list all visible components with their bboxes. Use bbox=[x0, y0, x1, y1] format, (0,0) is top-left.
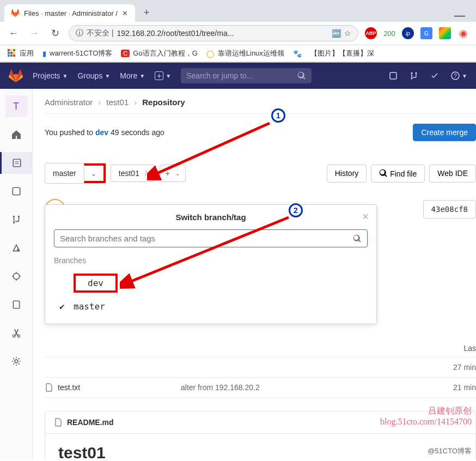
new-tab-button[interactable]: + bbox=[138, 4, 155, 22]
reload-button[interactable]: ↻ bbox=[48, 27, 62, 39]
security-label: 不安全 | bbox=[87, 28, 114, 38]
file-icon bbox=[45, 383, 53, 392]
commit-hash[interactable]: 43e08cf8 bbox=[423, 200, 476, 219]
check-icon: ✔ bbox=[59, 301, 68, 312]
svg-rect-6 bbox=[13, 159, 21, 167]
nav-new[interactable]: +▼ bbox=[155, 71, 171, 80]
bookmark-linux[interactable]: ◯靠谱运维Linux运维领 bbox=[206, 48, 284, 58]
minimize-button[interactable]: — bbox=[454, 9, 472, 22]
search-icon bbox=[379, 169, 388, 178]
arrow-2 bbox=[120, 213, 294, 289]
push-branch-link[interactable]: dev bbox=[95, 128, 108, 137]
breadcrumb-project[interactable]: test01 bbox=[106, 98, 129, 107]
browser-toolbar: ← → ↻ ⓘ 不安全 | 192.168.20.2/root/test01/t… bbox=[0, 22, 476, 45]
merge-requests-icon[interactable] bbox=[410, 71, 418, 80]
svg-point-2 bbox=[411, 78, 413, 80]
nav-more[interactable]: More▼ bbox=[120, 71, 145, 80]
sidebar-operations[interactable] bbox=[0, 265, 33, 287]
svg-rect-15 bbox=[13, 301, 19, 308]
svg-point-18 bbox=[15, 360, 18, 363]
annotation-2: 2 bbox=[289, 203, 303, 217]
project-avatar[interactable]: T bbox=[5, 95, 27, 117]
breadcrumb-admin[interactable]: Administrator bbox=[45, 98, 93, 107]
chevron-down-icon: ⌄ bbox=[90, 169, 97, 178]
file-icon bbox=[54, 418, 63, 427]
gtranslate-icon[interactable]: G bbox=[420, 27, 432, 39]
browser-tab[interactable]: Files · master · Administrator / ✕ bbox=[4, 4, 135, 22]
search-icon bbox=[297, 71, 306, 80]
create-merge-button[interactable]: Create merge bbox=[413, 124, 476, 141]
breadcrumb-current: Repository bbox=[142, 98, 185, 107]
nav-groups[interactable]: Groups▼ bbox=[77, 71, 110, 80]
sidebar-repository[interactable] bbox=[0, 152, 33, 174]
bookmarks-bar: 应用 ▮warrent-51CTO博客 CGo语言入门教程，G ◯靠谱运维Lin… bbox=[0, 45, 476, 62]
url-text: 192.168.20.2/root/test01/tree/ma... bbox=[117, 29, 328, 38]
bookmark-paw[interactable]: 🐾 bbox=[293, 50, 302, 58]
svg-point-12 bbox=[17, 216, 19, 217]
svg-rect-0 bbox=[390, 72, 396, 79]
file-table: Las 27 min test.txt alter from 192.168.2… bbox=[45, 339, 476, 398]
ip-icon[interactable]: ip bbox=[402, 27, 414, 39]
abp-icon[interactable]: ABP bbox=[365, 27, 377, 39]
address-bar[interactable]: ⓘ 不安全 | 192.168.20.2/root/test01/tree/ma… bbox=[69, 25, 358, 41]
svg-point-3 bbox=[416, 72, 417, 74]
status-200: 200 bbox=[383, 27, 395, 39]
readme-title: test01 bbox=[58, 444, 462, 459]
sidebar-overview[interactable] bbox=[0, 124, 33, 145]
back-button[interactable]: ← bbox=[7, 28, 21, 39]
ext-icon[interactable] bbox=[439, 27, 451, 39]
star-icon[interactable]: ☆ bbox=[344, 29, 351, 38]
project-sidebar: T bbox=[0, 89, 33, 459]
gitlab-favicon bbox=[11, 9, 20, 17]
forward-button[interactable]: → bbox=[27, 28, 41, 39]
arrow-1 bbox=[147, 120, 272, 180]
sidebar-issues[interactable] bbox=[0, 180, 33, 202]
watermark: 吕建钊原创 blog.51cto.com/14154700 bbox=[380, 405, 472, 427]
bookmark-go[interactable]: CGo语言入门教程，G bbox=[121, 48, 197, 58]
tab-strip: Files · master · Administrator / ✕ + — bbox=[0, 0, 476, 22]
bookmark-apps[interactable]: 应用 bbox=[8, 48, 34, 58]
svg-point-10 bbox=[13, 216, 14, 217]
bookmark-warrent[interactable]: ▮warrent-51CTO博客 bbox=[42, 48, 112, 58]
branch-label: master bbox=[45, 169, 84, 178]
history-button[interactable]: History bbox=[327, 165, 367, 183]
close-icon[interactable]: ✕ bbox=[122, 9, 128, 17]
sidebar-settings[interactable] bbox=[0, 350, 33, 372]
gitlab-navbar: Projects▼ Groups▼ More▼ +▼ ?▼ bbox=[0, 63, 476, 89]
browser-chrome: Files · master · Administrator / ✕ + — ←… bbox=[0, 0, 476, 63]
branch-item-master[interactable]: ✔ master bbox=[54, 297, 368, 316]
branch-toggle[interactable]: ⌄ bbox=[84, 163, 106, 183]
svg-line-22 bbox=[127, 217, 289, 283]
web-ide-button[interactable]: Web IDE bbox=[429, 165, 476, 183]
svg-point-14 bbox=[13, 273, 19, 279]
bookmark-tupian[interactable]: 【图片】【直播】深 bbox=[310, 48, 374, 58]
svg-point-11 bbox=[13, 222, 14, 223]
find-file-button[interactable]: Find file bbox=[371, 165, 425, 183]
tab-title: Files · master · Administrator / bbox=[24, 9, 118, 17]
sidebar-snippets[interactable] bbox=[0, 322, 33, 344]
chrome-icon[interactable]: ◉ bbox=[457, 27, 469, 39]
table-row[interactable]: 27 min bbox=[45, 357, 476, 378]
apps-icon bbox=[8, 49, 16, 58]
sidebar-merge-requests[interactable] bbox=[0, 209, 33, 230]
sidebar-wiki[interactable] bbox=[0, 294, 33, 316]
global-search[interactable] bbox=[181, 68, 312, 83]
svg-point-13 bbox=[17, 248, 20, 251]
translate-icon[interactable]: 🔤 bbox=[332, 29, 341, 38]
todos-icon[interactable] bbox=[430, 71, 439, 80]
sidebar-ci[interactable] bbox=[0, 237, 33, 259]
svg-point-1 bbox=[411, 72, 413, 74]
branch-dropdown[interactable]: master ⌄ bbox=[45, 163, 106, 184]
annotation-1: 1 bbox=[271, 108, 285, 123]
search-input[interactable] bbox=[186, 71, 293, 80]
nav-projects[interactable]: Projects▼ bbox=[33, 71, 68, 80]
table-row[interactable]: test.txt alter from 192.168.20.2 21 min bbox=[45, 378, 476, 398]
blog-watermark: @51CTO博客 bbox=[428, 446, 472, 456]
content-area: Administrator › test01 › Repository You … bbox=[33, 89, 476, 459]
gitlab-logo[interactable] bbox=[9, 69, 23, 83]
close-icon[interactable]: × bbox=[362, 210, 369, 223]
help-dropdown[interactable]: ?▼ bbox=[451, 71, 467, 80]
breadcrumb: Administrator › test01 › Repository bbox=[45, 98, 476, 114]
svg-text:?: ? bbox=[454, 73, 457, 79]
issues-icon[interactable] bbox=[389, 71, 398, 80]
